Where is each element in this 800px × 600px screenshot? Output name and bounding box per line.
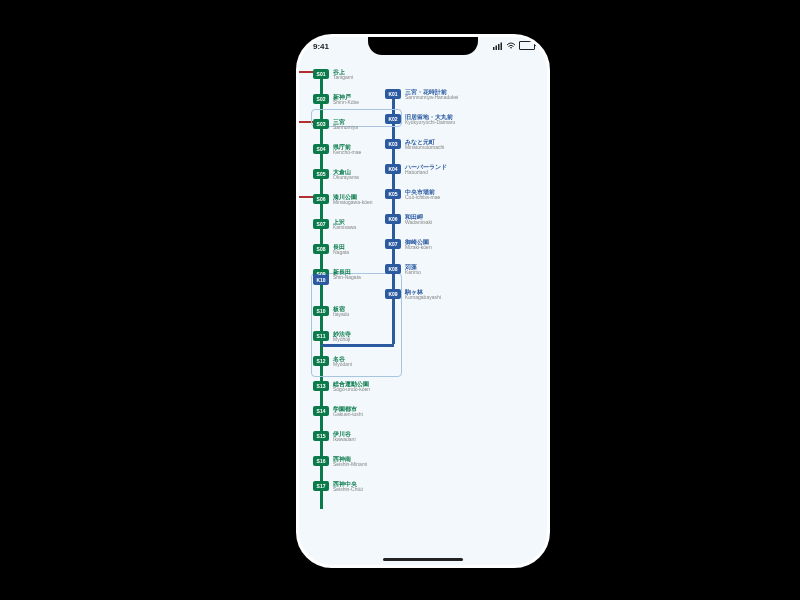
station-K06[interactable]: K06和田岬Wadamisaki — [385, 210, 432, 228]
station-S06[interactable]: S06湊川公園Minatogawa-kōen — [313, 190, 372, 208]
station-code: S17 — [313, 481, 329, 491]
station-S05[interactable]: S05大倉山Okurayama — [313, 165, 359, 183]
station-code: K09 — [385, 289, 401, 299]
station-K04[interactable]: K04ハーバーランドHaborland — [385, 160, 447, 178]
station-code: S16 — [313, 456, 329, 466]
station-code: S02 — [313, 94, 329, 104]
station-code: K02 — [385, 114, 401, 124]
station-label: 板宿Itayado — [333, 306, 349, 317]
station-label: 西神中央Seishin-Chūō — [333, 481, 363, 492]
station-label: 名谷Myōdani — [333, 356, 352, 367]
station-S16[interactable]: S16西神南Seishin-Minami — [313, 452, 367, 470]
station-S02[interactable]: S02新神戸Shinn-Kōbe — [313, 90, 359, 108]
battery-icon — [519, 41, 535, 50]
station-label: 伊川谷Ikawadani — [333, 431, 356, 442]
station-S08[interactable]: S08長田Nagata — [313, 240, 349, 258]
station-S11[interactable]: S11妙法寺Myōhōji — [313, 327, 351, 345]
svg-rect-3 — [501, 42, 503, 50]
station-label: 三宮・花時計前Sannnomiya-Hanadokei — [405, 89, 458, 100]
station-S17[interactable]: S17西神中央Seishin-Chūō — [313, 477, 363, 495]
station-code: S06 — [313, 194, 329, 204]
station-label: 大倉山Okurayama — [333, 169, 359, 180]
station-label: 旧居留地・大丸前Kyūkyoryūchi-Daimaru — [405, 114, 455, 125]
station-code: S07 — [313, 219, 329, 229]
wifi-icon — [506, 42, 516, 50]
station-label: 和田岬Wadamisaki — [405, 214, 432, 225]
station-S13[interactable]: S13総合運動公園Sōgō-undō-kōen — [313, 377, 370, 395]
station-code: K07 — [385, 239, 401, 249]
station-code: K05 — [385, 189, 401, 199]
station-S07[interactable]: S07上沢Kamisawa — [313, 215, 356, 233]
map-content[interactable]: S01谷上TanigamiS02新神戸Shinn-KōbeS03三宮Sannom… — [299, 59, 547, 565]
station-label: 谷上Tanigami — [333, 69, 353, 80]
station-label: 湊川公園Minatogawa-kōen — [333, 194, 372, 205]
status-time: 9:41 — [313, 42, 329, 51]
station-label: 西神南Seishin-Minami — [333, 456, 367, 467]
station-S12[interactable]: S12名谷Myōdani — [313, 352, 352, 370]
station-label: みなと元町Minatomotomachi — [405, 139, 444, 150]
station-K02[interactable]: K02旧居留地・大丸前Kyūkyoryūchi-Daimaru — [385, 110, 455, 128]
station-S01[interactable]: S01谷上Tanigami — [313, 65, 353, 83]
station-code: K04 — [385, 164, 401, 174]
station-code: K01 — [385, 89, 401, 99]
station-label: 妙法寺Myōhōji — [333, 331, 351, 342]
status-icons — [493, 41, 535, 50]
station-S09-K10[interactable]: S09K10新長田Shin-Nagata — [313, 265, 361, 283]
station-label: 県庁前Kenchō-mae — [333, 144, 361, 155]
svg-rect-1 — [496, 45, 498, 50]
station-label: 新長田Shin-Nagata — [333, 269, 361, 280]
station-code: K06 — [385, 214, 401, 224]
notch — [368, 35, 478, 55]
station-code: K03 — [385, 139, 401, 149]
svg-rect-2 — [498, 44, 500, 50]
station-K09[interactable]: K09駒ヶ林Komagabayashi — [385, 285, 441, 303]
station-K01[interactable]: K01三宮・花時計前Sannnomiya-Hanadokei — [385, 85, 458, 103]
station-label: 苅藻Karimo — [405, 264, 421, 275]
station-S03[interactable]: S03三宮Sannomiya — [313, 115, 358, 133]
station-code: S11 — [313, 331, 329, 341]
cellular-icon — [493, 42, 503, 50]
station-code: S14 — [313, 406, 329, 416]
home-indicator — [383, 558, 463, 561]
station-code-k10: K10 — [313, 275, 329, 285]
station-label: 学園都市Gakuen-toshi — [333, 406, 363, 417]
station-K05[interactable]: K05中央市場前Cuō-ichiba-mae — [385, 185, 440, 203]
station-code: S08 — [313, 244, 329, 254]
station-code: S12 — [313, 356, 329, 366]
station-code: S01 — [313, 69, 329, 79]
station-label: 総合運動公園Sōgō-undō-kōen — [333, 381, 370, 392]
svg-rect-0 — [493, 47, 495, 50]
station-label: 駒ヶ林Komagabayashi — [405, 289, 441, 300]
station-S14[interactable]: S14学園都市Gakuen-toshi — [313, 402, 363, 420]
station-K03[interactable]: K03みなと元町Minatomotomachi — [385, 135, 444, 153]
phone-frame: 9:41 S01谷上TanigamiS02新神戸Shinn-KōbeS03三宮S… — [296, 34, 550, 568]
station-S04[interactable]: S04県庁前Kenchō-mae — [313, 140, 361, 158]
station-K08[interactable]: K08苅藻Karimo — [385, 260, 421, 278]
station-label: 新神戸Shinn-Kōbe — [333, 94, 359, 105]
station-code: S05 — [313, 169, 329, 179]
station-label: 中央市場前Cuō-ichiba-mae — [405, 189, 440, 200]
station-label: 上沢Kamisawa — [333, 219, 356, 230]
station-S15[interactable]: S15伊川谷Ikawadani — [313, 427, 356, 445]
station-code: S03 — [313, 119, 329, 129]
station-code: S13 — [313, 381, 329, 391]
station-code: S10 — [313, 306, 329, 316]
station-code: S15 — [313, 431, 329, 441]
station-label: 御崎公園Mizaki-kōen — [405, 239, 432, 250]
station-label: 長田Nagata — [333, 244, 349, 255]
station-code: K08 — [385, 264, 401, 274]
station-label: 三宮Sannomiya — [333, 119, 358, 130]
station-code: S04 — [313, 144, 329, 154]
station-S10[interactable]: S10板宿Itayado — [313, 302, 349, 320]
station-K07[interactable]: K07御崎公園Mizaki-kōen — [385, 235, 432, 253]
station-label: ハーバーランドHaborland — [405, 164, 447, 175]
